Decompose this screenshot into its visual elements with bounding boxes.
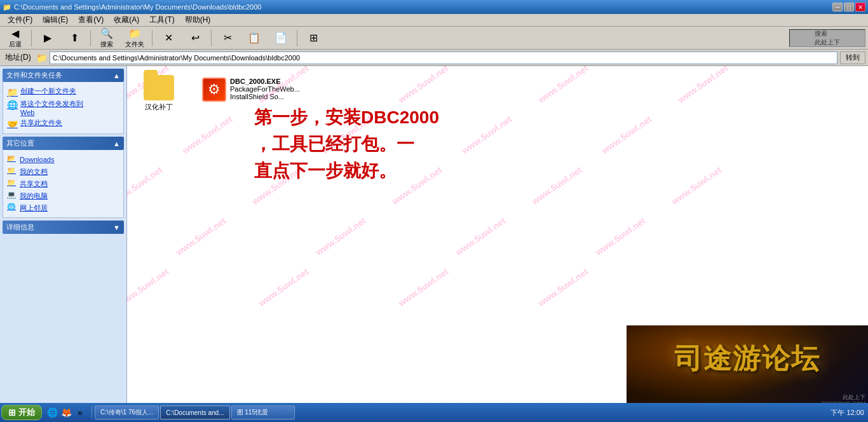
windows-logo-icon: ⊞ — [8, 407, 16, 418]
exe-icon-dbc2000: ⚙ — [202, 78, 226, 102]
annotation-text: 第一步，安装DBC2000，工具已经打包。一直点下一步就好。 — [254, 104, 439, 184]
search-button[interactable]: 🔍 搜索 — [94, 29, 119, 48]
sidebar-other-title: 其它位置 — [6, 139, 34, 148]
menu-file[interactable]: 文件(F) — [3, 14, 37, 26]
menu-bar: 文件(F) 编辑(E) 查看(V) 收藏(A) 工具(T) 帮助(H) — [0, 14, 868, 27]
downloads-icon: 📂 — [7, 154, 17, 165]
share-label: 共享此文件夹 — [20, 118, 62, 128]
taskbar-chuanqi-label: C:\传奇\1 76假人... — [100, 408, 153, 417]
sidebar-shareddocs-link[interactable]: 📁 共享文档 — [7, 179, 119, 189]
sidebar-details-header[interactable]: 详细信息 ▼ — [3, 221, 124, 234]
taskbar-button-documents[interactable]: C:\Documents and... — [160, 405, 229, 419]
sidebar-mydocs-link[interactable]: 📁 我的文档 — [7, 167, 119, 177]
address-input[interactable] — [50, 51, 837, 64]
sidebar-network-link[interactable]: 🌐 网上邻居 — [7, 203, 119, 213]
close-button[interactable]: ✕ — [855, 3, 865, 11]
paste-icon: 📄 — [275, 32, 287, 44]
undo-icon: ↩ — [191, 32, 200, 44]
mycomputer-icon: 💻 — [7, 191, 17, 201]
delete-button[interactable]: ✕ — [156, 29, 181, 48]
new-folder-icon: 📁 — [7, 87, 18, 97]
quicklaunch-firefox-icon[interactable]: 🦊 — [60, 406, 72, 419]
file-label-dbc2000: DBC_2000.EXE PackageForTheWeb... Install… — [230, 78, 300, 100]
watermark-7: www.5uwl.net — [320, 114, 374, 156]
paste-button[interactable]: 📄 — [268, 29, 294, 48]
share-icon: 🤝 — [7, 119, 18, 129]
toolbar-separator-5 — [297, 30, 297, 46]
mydocs-icon: 📁 — [7, 167, 17, 177]
title-bar: 📁 C:\Documents and Settings\Administrato… — [0, 0, 868, 14]
up-icon: ⬆ — [71, 32, 79, 44]
start-button[interactable]: ⊞ 开始 — [1, 405, 42, 420]
sidebar-other-header[interactable]: 其它位置 ▲ — [3, 137, 124, 150]
other-collapse-icon: ▲ — [113, 140, 120, 147]
folders-icon: 📁 — [128, 27, 141, 39]
sidebar-tasks-section: 文件和文件夹任务 ▲ 📁 创建一个新文件夹 🌐 将这个文件夹发布到Web 🤝 共… — [3, 69, 124, 134]
address-bar: 地址(D) 📁 转到 — [0, 50, 868, 66]
menu-favorites[interactable]: 收藏(A) — [109, 14, 144, 26]
mycomputer-label: 我的电脑 — [20, 191, 48, 201]
back-label: 后退 — [9, 40, 22, 49]
bottom-logo: 司途游论坛 DEDECMS.COM 此处上下 — [627, 325, 868, 408]
file-item-dbc2000[interactable]: ⚙ DBC_2000.EXE PackageForTheWeb... Insta… — [197, 72, 324, 114]
up-button[interactable]: ⬆ — [62, 29, 87, 48]
menu-help[interactable]: 帮助(H) — [180, 14, 216, 26]
sidebar-details-title: 详细信息 — [6, 222, 34, 232]
minimize-button[interactable]: ─ — [832, 3, 843, 11]
watermark-20: www.5uwl.net — [257, 266, 311, 308]
sidebar-mycomputer-link[interactable]: 💻 我的电脑 — [7, 191, 119, 201]
folder-label-hanhua: 汉化补丁 — [145, 102, 173, 112]
toolbar-separator-2 — [90, 30, 91, 46]
sidebar-downloads-link[interactable]: 📂 Downloads — [7, 154, 119, 165]
cut-icon: ✂ — [224, 32, 232, 44]
go-button[interactable]: 转到 — [840, 51, 865, 64]
sidebar-share-link[interactable]: 🤝 共享此文件夹 — [7, 118, 119, 129]
window-icon: 📁 — [3, 3, 11, 11]
back-icon: ◀ — [11, 27, 19, 39]
sidebar-tasks-header[interactable]: 文件和文件夹任务 ▲ — [3, 69, 124, 82]
watermark-19: www.5uwl.net — [127, 266, 170, 308]
publish-icon: 🌐 — [7, 100, 18, 110]
quicklaunch-arrow-icon[interactable]: » — [74, 406, 86, 419]
taskbar-documents-label: C:\Documents and... — [166, 409, 224, 416]
back-button[interactable]: ◀ 后退 — [3, 29, 28, 48]
shareddocs-icon: 📁 — [7, 179, 17, 189]
forward-button[interactable]: ▶ — [35, 29, 60, 48]
folder-item-hanhua[interactable]: 汉化补丁 — [133, 72, 184, 114]
sidebar-publish-link[interactable]: 🌐 将这个文件夹发布到Web — [7, 99, 119, 116]
taskbar: ⊞ 开始 🌐 🦊 » C:\传奇\1 76假人... C:\Documents … — [0, 403, 868, 422]
taskbar-right: 下午 12:00 — [831, 408, 867, 418]
watermark-8: www.5uwl.net — [460, 114, 514, 156]
forward-icon: ▶ — [44, 32, 51, 44]
details-collapse-icon: ▼ — [113, 224, 120, 231]
watermark-14: www.5uwl.net — [670, 165, 724, 207]
publish-label: 将这个文件夹发布到Web — [20, 99, 83, 116]
menu-edit[interactable]: 编辑(E) — [37, 14, 73, 26]
watermark-10: www.5uwl.net — [127, 165, 164, 207]
quick-launch: 🌐 🦊 » — [43, 406, 89, 419]
maximize-button[interactable]: □ — [844, 3, 854, 11]
menu-tools[interactable]: 工具(T) — [144, 14, 179, 26]
cut-button[interactable]: ✂ — [215, 29, 240, 48]
sidebar: 文件和文件夹任务 ▲ 📁 创建一个新文件夹 🌐 将这个文件夹发布到Web 🤝 共… — [0, 66, 127, 408]
menu-view[interactable]: 查看(V) — [73, 14, 109, 26]
network-icon: 🌐 — [7, 203, 17, 213]
watermark-16: www.5uwl.net — [314, 215, 368, 257]
file-items: 汉化补丁 ⚙ DBC_2000.EXE PackageForTheWeb... … — [133, 72, 862, 114]
views-button[interactable]: ⊞ — [301, 29, 326, 48]
toolbar-separator-4 — [211, 30, 212, 46]
search-icon: 🔍 — [100, 27, 113, 39]
watermark-22: www.5uwl.net — [536, 266, 590, 308]
sidebar-new-folder-link[interactable]: 📁 创建一个新文件夹 — [7, 86, 119, 97]
undo-button[interactable]: ↩ — [182, 29, 208, 48]
folders-button[interactable]: 📁 文件夹 — [121, 29, 149, 48]
folder-icon-hanhua — [144, 75, 174, 100]
taskbar-button-chuanqi[interactable]: C:\传奇\1 76假人... — [95, 405, 159, 419]
main-area: 文件和文件夹任务 ▲ 📁 创建一个新文件夹 🌐 将这个文件夹发布到Web 🤝 共… — [0, 66, 868, 408]
mydocs-label: 我的文档 — [20, 167, 48, 177]
watermark-9: www.5uwl.net — [600, 114, 654, 156]
copy-button[interactable]: 📋 — [241, 29, 267, 48]
taskbar-button-youdan[interactable]: 图 115忧蛋 — [231, 405, 295, 419]
quicklaunch-ie-icon[interactable]: 🌐 — [46, 406, 58, 419]
sidebar-tasks-content: 📁 创建一个新文件夹 🌐 将这个文件夹发布到Web 🤝 共享此文件夹 — [3, 82, 124, 134]
